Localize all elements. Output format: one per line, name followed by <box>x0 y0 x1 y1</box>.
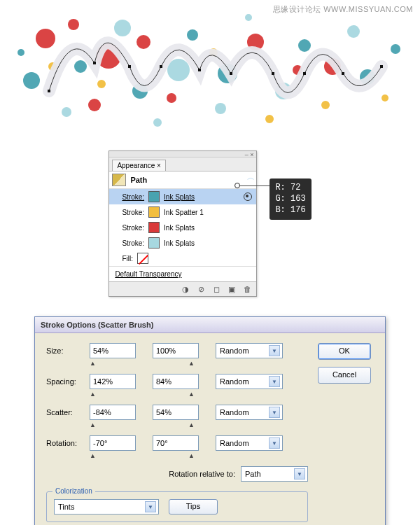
chevron-down-icon: ▼ <box>294 468 305 479</box>
svg-point-29 <box>153 118 162 127</box>
swatch-lightblue[interactable] <box>148 237 160 248</box>
stroke-row-3[interactable]: Stroke: Ink Splats <box>109 235 256 251</box>
svg-rect-41 <box>380 65 383 68</box>
stroke-label: Stroke: <box>122 239 144 247</box>
rgb-b: B: 176 <box>275 204 305 216</box>
chevron-down-icon: ▼ <box>269 438 280 449</box>
rotation-rel-combo[interactable]: Path ▼ <box>241 466 308 482</box>
spacing-label: Spacing: <box>46 377 90 386</box>
panel-minimize-close[interactable]: – × <box>245 151 254 158</box>
rgb-r: R: 72 <box>275 182 305 193</box>
stroke-row-0[interactable]: Stroke: Ink Splats <box>109 189 256 204</box>
svg-rect-40 <box>342 72 344 75</box>
rotation-label: Rotation: <box>46 439 90 447</box>
default-transparency[interactable]: Default Transparency <box>109 266 256 281</box>
path-thumbnail <box>112 174 126 186</box>
colorization-method-combo[interactable]: Tints ▼ <box>54 499 159 514</box>
stroke-label: Stroke: <box>122 209 144 216</box>
chevron-down-icon: ▼ <box>269 407 280 418</box>
combo-text: Tints <box>58 503 74 511</box>
svg-point-13 <box>298 39 311 52</box>
stroke-label: Stroke: <box>122 193 144 201</box>
svg-point-17 <box>114 20 131 36</box>
chevron-down-icon: ▼ <box>269 376 280 387</box>
brush-name: Ink Splats <box>164 239 195 247</box>
svg-point-3 <box>136 35 150 49</box>
brush-name: Ink Splats <box>164 193 195 201</box>
svg-point-11 <box>187 29 198 41</box>
svg-point-23 <box>97 80 106 88</box>
swatch-red[interactable] <box>148 222 160 233</box>
svg-point-25 <box>265 115 274 123</box>
size-mode-combo[interactable]: Random ▼ <box>216 343 283 358</box>
size-input-1[interactable] <box>90 343 136 358</box>
swatch-none[interactable] <box>137 253 148 264</box>
combo-text: Random <box>220 439 249 447</box>
stroke-row-2[interactable]: Stroke: Ink Splats <box>109 220 256 235</box>
toggle-icon[interactable]: ◑ <box>181 284 190 294</box>
svg-rect-34 <box>128 65 131 68</box>
svg-rect-37 <box>230 72 232 75</box>
rotation-input-2[interactable] <box>153 435 199 451</box>
spacing-input-1[interactable] <box>90 374 136 389</box>
svg-rect-33 <box>93 62 96 64</box>
chevron-down-icon: ▼ <box>145 501 156 512</box>
svg-point-30 <box>245 14 252 21</box>
panel-grip[interactable]: – × <box>109 151 256 158</box>
colorization-legend: Colorization <box>52 487 95 495</box>
size-input-2[interactable] <box>153 343 199 358</box>
svg-point-21 <box>347 25 360 38</box>
rotation-row: Rotation: Random ▼ <box>46 435 308 451</box>
rgb-g: G: 163 <box>275 193 305 204</box>
appearance-panel: – × Appearance × ︿ Path Stroke: Ink Spla… <box>108 150 257 297</box>
paint-splat-art <box>4 0 416 140</box>
spacing-row: Spacing: Random ▼ <box>46 374 308 389</box>
appearance-tab[interactable]: Appearance × <box>112 160 166 171</box>
brush-name: Ink Spatter 1 <box>164 209 204 216</box>
rgb-tooltip: R: 72 G: 163 B: 176 <box>270 178 311 220</box>
scatter-slider[interactable]: ▲▲ <box>90 421 195 428</box>
artwork-canvas <box>4 0 416 140</box>
cancel-button[interactable]: Cancel <box>318 367 371 384</box>
not-allowed-icon[interactable]: ⊘ <box>196 284 206 294</box>
tips-button[interactable]: Tips <box>169 499 218 514</box>
fill-row[interactable]: Fill: <box>109 251 256 266</box>
rotation-input-1[interactable] <box>90 435 136 451</box>
duplicate-icon[interactable]: ◻ <box>211 284 221 294</box>
spacing-mode-combo[interactable]: Random ▼ <box>216 374 283 389</box>
size-label: Size: <box>46 346 90 355</box>
svg-point-1 <box>68 19 79 30</box>
rotation-mode-combo[interactable]: Random ▼ <box>216 435 283 451</box>
new-icon[interactable]: ▣ <box>227 284 237 294</box>
stroke-options-dialog: Stroke Options (Scatter Brush) Size: Ran… <box>34 316 386 525</box>
scatter-label: Scatter: <box>46 408 90 416</box>
svg-point-15 <box>391 44 400 54</box>
trash-icon[interactable]: 🗑 <box>242 284 252 294</box>
size-slider[interactable]: ▲▲ <box>90 360 195 367</box>
swatch-yellow[interactable] <box>148 206 160 218</box>
fill-label: Fill: <box>122 255 133 262</box>
combo-text: Random <box>220 346 249 355</box>
ok-button[interactable]: OK <box>318 343 371 360</box>
svg-point-6 <box>88 99 101 111</box>
svg-point-16 <box>62 107 71 117</box>
combo-text: Random <box>220 377 249 386</box>
brush-name: Ink Splats <box>164 224 195 232</box>
svg-rect-32 <box>48 90 50 92</box>
combo-text: Path <box>245 470 261 478</box>
svg-point-8 <box>23 72 40 89</box>
scatter-mode-combo[interactable]: Random ▼ <box>216 405 283 420</box>
rotation-slider[interactable]: ▲▲ <box>90 452 195 459</box>
target-icon[interactable] <box>244 192 252 201</box>
spacing-input-2[interactable] <box>153 374 199 389</box>
swatch-teal[interactable] <box>148 191 160 202</box>
chevron-up-icon[interactable]: ︿ <box>247 172 255 183</box>
path-label: Path <box>130 176 147 184</box>
colorization-fieldset: Colorization Tints ▼ Tips <box>46 491 308 522</box>
stroke-row-1[interactable]: Stroke: Ink Spatter 1 <box>109 204 256 220</box>
scatter-input-1[interactable] <box>90 405 136 420</box>
spacing-slider[interactable]: ▲▲ <box>90 391 195 398</box>
scatter-row: Scatter: Random ▼ <box>46 405 308 420</box>
svg-point-0 <box>36 29 55 48</box>
scatter-input-2[interactable] <box>153 405 199 420</box>
